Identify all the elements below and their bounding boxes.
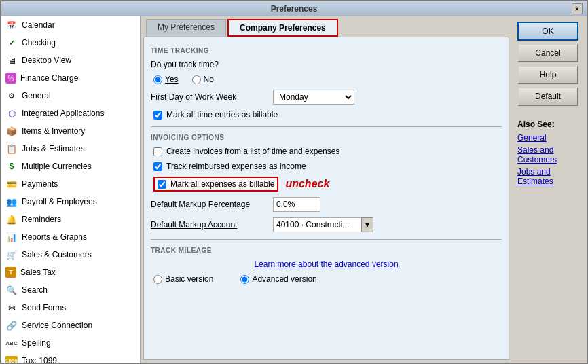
search-icon: 🔍	[5, 284, 18, 296]
create-invoices-checkbox[interactable]	[153, 147, 162, 156]
mileage-options: Basic version Advanced version	[151, 274, 502, 284]
advanced-version-option: Advanced version	[240, 274, 316, 284]
items-inventory-icon: 📦	[5, 125, 18, 137]
sidebar-item-integrated-apps[interactable]: ⬡ Integrated Applications	[1, 105, 140, 122]
sidebar-item-general[interactable]: ⚙ General	[1, 87, 140, 105]
default-markup-acct-input[interactable]	[273, 217, 361, 232]
sidebar-label-checking: Checking	[22, 38, 56, 48]
learn-more-link[interactable]: Learn more about the advanced version	[151, 259, 502, 269]
sidebar-item-send-forms[interactable]: ✉ Send Forms	[1, 299, 140, 316]
title-bar: Preferences ×	[1, 1, 587, 16]
sidebar-item-service-connection[interactable]: 🔗 Service Connection	[1, 316, 140, 334]
time-tracking-question-row: Do you track time?	[151, 60, 502, 69]
advanced-version-label: Advanced version	[252, 274, 316, 284]
cancel-button[interactable]: Cancel	[517, 43, 578, 62]
sales-tax-icon: T	[5, 267, 16, 278]
first-day-label: First Day of Work Week	[151, 92, 273, 102]
advanced-version-radio[interactable]	[240, 275, 249, 284]
mark-expenses-highlight: Mark all expenses as billable	[153, 177, 278, 192]
section-divider-2	[151, 239, 502, 240]
no-radio[interactable]	[192, 75, 201, 84]
sidebar-label-service-connection: Service Connection	[22, 321, 92, 330]
sidebar-item-payroll-employees[interactable]: 👥 Payroll & Employees	[1, 193, 140, 211]
first-day-label-text: First Day of Work Week	[151, 92, 236, 102]
first-day-select[interactable]: Monday Tuesday Wednesday Thursday Friday…	[273, 90, 354, 105]
markup-acct-dropdown-btn[interactable]: ▾	[361, 217, 373, 232]
time-tracking-question: Do you track time?	[151, 60, 273, 69]
default-markup-acct-row: Default Markup Account ▾	[151, 217, 502, 232]
mark-expenses-checkbox[interactable]	[158, 180, 166, 189]
sidebar-item-desktop-view[interactable]: 🖥 Desktop View	[1, 52, 140, 69]
sidebar-list: 📅 Calendar ✓ Checking 🖥 Desktop View	[1, 16, 140, 363]
no-label: No	[204, 75, 214, 84]
sidebar-label-finance-charge: Finance Charge	[20, 73, 78, 83]
window-title: Preferences	[271, 4, 318, 14]
ok-button[interactable]: OK	[517, 22, 578, 41]
mark-expenses-row: Mark all expenses as billable uncheck	[151, 177, 502, 192]
multiple-currencies-icon: $	[5, 160, 18, 172]
help-button[interactable]: Help	[517, 65, 578, 84]
default-markup-pct-input[interactable]	[273, 197, 320, 212]
sidebar: 📅 Calendar ✓ Checking 🖥 Desktop View	[1, 16, 141, 363]
billable-time-row: Mark all time entries as billable	[151, 110, 502, 120]
sidebar-item-search[interactable]: 🔍 Search	[1, 281, 140, 299]
sidebar-item-items-inventory[interactable]: 📦 Items & Inventory	[1, 122, 140, 140]
track-mileage-header: TRACK MILEAGE	[151, 247, 502, 254]
tab-company-preferences[interactable]: Company Preferences	[227, 19, 338, 37]
yes-label: Yes	[165, 75, 179, 84]
sidebar-label-jobs-estimates: Jobs & Estimates	[22, 144, 85, 153]
billable-time-checkbox[interactable]	[153, 111, 162, 120]
track-reimbursed-label: Track reimbursed expenses as income	[166, 162, 306, 171]
checking-icon: ✓	[5, 37, 18, 49]
sidebar-item-sales-customers[interactable]: 🛒 Sales & Customers	[1, 246, 140, 263]
first-day-row: First Day of Work Week Monday Tuesday We…	[151, 90, 502, 105]
sidebar-item-payments[interactable]: 💳 Payments	[1, 175, 140, 193]
also-see-jobs-estimates[interactable]: Jobs andEstimates	[517, 167, 581, 186]
basic-version-option: Basic version	[153, 274, 213, 284]
general-icon: ⚙	[5, 90, 18, 102]
also-see-title: Also See:	[517, 120, 581, 129]
tab-my-preferences[interactable]: My Preferences	[146, 19, 226, 37]
sidebar-item-jobs-estimates[interactable]: 📋 Jobs & Estimates	[1, 140, 140, 158]
invoicing-header: INVOICING OPTIONS	[151, 134, 502, 141]
uncheck-hint: uncheck	[285, 178, 329, 190]
track-reimbursed-checkbox[interactable]	[153, 162, 162, 171]
sidebar-item-calendar[interactable]: 📅 Calendar	[1, 16, 140, 34]
reports-graphs-icon: 📊	[5, 231, 18, 243]
send-forms-icon: ✉	[5, 302, 18, 314]
also-see-sales-customers[interactable]: Sales andCustomers	[517, 145, 581, 164]
default-markup-acct-label: Default Markup Account	[151, 220, 273, 230]
track-reimbursed-row: Track reimbursed expenses as income	[151, 162, 502, 171]
yes-radio[interactable]	[153, 75, 162, 84]
billable-time-label: Mark all time entries as billable	[166, 110, 278, 120]
default-button[interactable]: Default	[517, 87, 578, 106]
center-panel: My Preferences Company Preferences TIME …	[141, 16, 512, 363]
sidebar-label-send-forms: Send Forms	[22, 303, 66, 312]
sidebar-label-reminders: Reminders	[22, 215, 61, 224]
sidebar-item-sales-tax[interactable]: T Sales Tax	[1, 263, 140, 281]
sidebar-item-multiple-currencies[interactable]: $ Multiple Currencies	[1, 158, 140, 175]
right-panel: OK Cancel Help Default Also See: General…	[512, 16, 587, 363]
basic-version-label: Basic version	[165, 274, 213, 284]
spelling-icon: ABC	[5, 337, 18, 349]
default-markup-acct-label-text: Default Markup Account	[151, 220, 237, 230]
also-see-section: Also See: General Sales andCustomers Job…	[517, 120, 581, 189]
close-button[interactable]: ×	[572, 3, 583, 14]
basic-version-radio[interactable]	[153, 275, 162, 284]
tab-my-preferences-label: My Preferences	[158, 22, 215, 32]
payroll-employees-icon: 👥	[5, 196, 18, 208]
tax-1099-icon: 1099	[5, 356, 18, 363]
sidebar-item-checking[interactable]: ✓ Checking	[1, 34, 140, 52]
sidebar-label-payroll-employees: Payroll & Employees	[22, 197, 97, 206]
sidebar-item-finance-charge[interactable]: % Finance Charge	[1, 69, 140, 87]
default-markup-pct-row: Default Markup Percentage	[151, 197, 502, 212]
sidebar-label-items-inventory: Items & Inventory	[22, 126, 85, 136]
sidebar-wrapper: 📅 Calendar ✓ Checking 🖥 Desktop View	[1, 16, 140, 363]
sidebar-item-spelling[interactable]: ABC Spelling	[1, 334, 140, 352]
sidebar-item-tax-1099[interactable]: 1099 Tax: 1099	[1, 352, 140, 363]
payments-icon: 💳	[5, 178, 18, 190]
also-see-general[interactable]: General	[517, 133, 581, 143]
sidebar-item-reports-graphs[interactable]: 📊 Reports & Graphs	[1, 228, 140, 246]
section-divider-1	[151, 126, 502, 127]
sidebar-item-reminders[interactable]: 🔔 Reminders	[1, 211, 140, 228]
